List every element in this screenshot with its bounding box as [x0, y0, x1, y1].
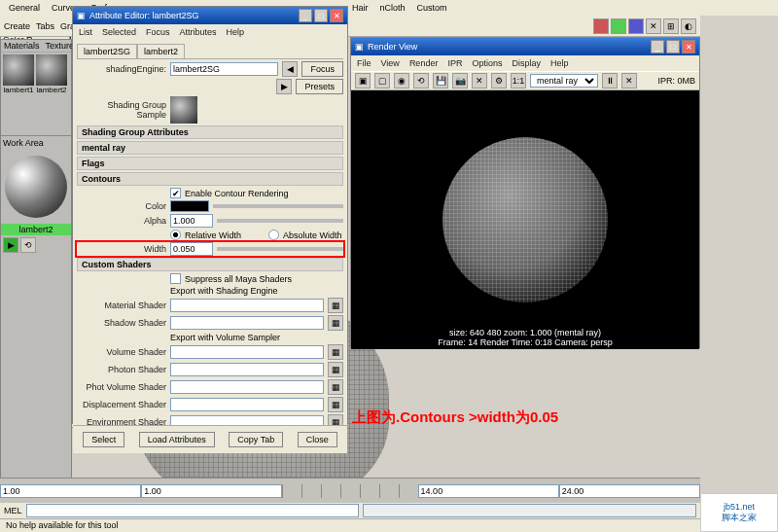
section-mentalray[interactable]: mental ray	[77, 141, 343, 155]
photon-shader-field[interactable]	[170, 363, 324, 376]
photvol-shader-field[interactable]	[170, 380, 324, 394]
renderer-select[interactable]: mental ray	[530, 74, 598, 88]
presets-button[interactable]: Presets	[296, 79, 343, 94]
menu-focus[interactable]: Focus	[146, 27, 170, 37]
keep-icon[interactable]: 📷	[452, 73, 468, 89]
material-shader-field[interactable]	[170, 299, 324, 312]
menu-selected[interactable]: Selected	[102, 27, 136, 37]
tab-materials[interactable]: Materials	[1, 40, 43, 52]
map-icon[interactable]: ▦	[328, 298, 343, 313]
menu-list[interactable]: List	[79, 27, 92, 37]
close-icon[interactable]: ✕	[682, 40, 695, 53]
range-end[interactable]	[559, 484, 700, 498]
shelf-icon[interactable]: ◐	[681, 18, 696, 34]
section-custom-shaders[interactable]: Custom Shaders	[77, 258, 343, 271]
timeline[interactable]	[0, 478, 700, 503]
tab-ncloth[interactable]: nCloth	[377, 2, 408, 14]
map-icon[interactable]: ▦	[328, 344, 343, 360]
settings-icon[interactable]: ⚙	[491, 73, 507, 89]
alpha-slider[interactable]	[217, 219, 343, 223]
mel-input[interactable]	[26, 504, 360, 517]
menu-help[interactable]: Help	[227, 27, 245, 37]
remove-icon[interactable]: ✕	[472, 73, 487, 89]
ae-tab-sg[interactable]: lambert2SG	[77, 44, 137, 58]
pause-icon[interactable]: ⏸	[602, 73, 618, 89]
shadingengine-label: shadingEngine:	[77, 64, 166, 74]
menu-file[interactable]: File	[357, 58, 371, 68]
nav-back-icon[interactable]: ◀	[282, 61, 298, 77]
focus-button[interactable]: Focus	[301, 61, 343, 77]
render-region-icon[interactable]: ▢	[374, 73, 390, 89]
map-icon[interactable]: ▦	[328, 362, 343, 377]
menu-view[interactable]: View	[381, 58, 400, 68]
material-swatch[interactable]	[36, 54, 67, 86]
menu-display[interactable]: Display	[512, 58, 541, 68]
inner-start[interactable]	[141, 484, 282, 498]
copy-tab-button[interactable]: Copy Tab	[229, 432, 283, 447]
render-icon[interactable]: ▣	[355, 73, 371, 89]
maximize-icon[interactable]: □	[314, 9, 328, 22]
nav-fwd-icon[interactable]: ▶	[276, 79, 292, 94]
shadingengine-field[interactable]	[170, 62, 278, 76]
select-button[interactable]: Select	[83, 432, 124, 447]
map-icon[interactable]: ▦	[328, 379, 343, 395]
menu-help[interactable]: Help	[550, 58, 569, 68]
enable-contour-checkbox[interactable]: ✔	[170, 188, 181, 198]
menu-ipr[interactable]: IPR	[447, 58, 462, 68]
disp-shader-field[interactable]	[170, 398, 324, 411]
inner-end[interactable]	[418, 484, 559, 498]
map-icon[interactable]: ▦	[328, 414, 343, 425]
map-icon[interactable]: ▦	[328, 315, 343, 331]
scale-icon[interactable]: 1:1	[511, 73, 526, 89]
tab-general[interactable]: General	[6, 2, 43, 14]
suppress-checkbox[interactable]	[170, 273, 181, 284]
stop-icon[interactable]: ✕	[621, 73, 637, 89]
close-icon[interactable]: ✕	[330, 9, 343, 22]
alpha-field[interactable]	[170, 214, 213, 228]
maximize-icon[interactable]: □	[666, 40, 680, 53]
width-field[interactable]	[170, 242, 213, 256]
tab-hair[interactable]: Hair	[349, 2, 371, 14]
toolbar-create[interactable]: Create	[4, 21, 30, 31]
minimize-icon[interactable]: _	[299, 9, 312, 22]
work-swatch[interactable]	[5, 156, 67, 218]
relwidth-radio[interactable]	[170, 230, 181, 240]
save-icon[interactable]: 💾	[433, 73, 448, 89]
width-slider[interactable]	[217, 247, 343, 251]
shelf-icon[interactable]: ✕	[646, 18, 661, 34]
ae-title-bar[interactable]: ▣ Attribute Editor: lambert2SG _ □ ✕	[73, 7, 347, 24]
disp-shader-label: Displacement Shader	[77, 400, 166, 409]
loop-icon[interactable]: ⟲	[20, 237, 36, 253]
menu-options[interactable]: Options	[472, 58, 502, 68]
tab-custom[interactable]: Custom	[414, 2, 450, 14]
rv-title-bar[interactable]: ▣ Render View _ □ ✕	[351, 38, 699, 55]
range-start[interactable]	[0, 484, 141, 498]
section-sg-attrs[interactable]: Shading Group Attributes	[77, 125, 343, 139]
env-shader-field[interactable]	[170, 415, 324, 425]
color-slider[interactable]	[213, 204, 343, 208]
render-viewport[interactable]: size: 640 480 zoom: 1.000 (mental ray)Fr…	[351, 90, 699, 349]
shelf-icon[interactable]	[628, 18, 644, 34]
material-swatch[interactable]	[3, 54, 34, 86]
minimize-icon[interactable]: _	[651, 40, 664, 53]
shelf-icon[interactable]	[611, 18, 626, 34]
section-flags[interactable]: Flags	[77, 157, 343, 170]
menu-attributes[interactable]: Attributes	[180, 27, 217, 37]
color-swatch[interactable]	[170, 200, 209, 212]
close-button[interactable]: Close	[298, 432, 337, 447]
play-icon[interactable]: ▶	[3, 237, 18, 253]
shadow-shader-field[interactable]	[170, 316, 324, 330]
time-ticks[interactable]	[282, 484, 417, 498]
map-icon[interactable]: ▦	[328, 397, 343, 412]
toolbar-tabs[interactable]: Tabs	[36, 21, 54, 31]
menu-render[interactable]: Render	[409, 58, 439, 68]
load-attrs-button[interactable]: Load Attributes	[139, 432, 215, 447]
shelf-icon[interactable]	[593, 18, 609, 34]
volume-shader-field[interactable]	[170, 345, 324, 359]
ipr-icon[interactable]: ◉	[394, 73, 409, 89]
shelf-icon[interactable]: ⊞	[663, 18, 679, 34]
abswidth-radio[interactable]	[268, 230, 279, 240]
section-contours[interactable]: Contours	[77, 172, 343, 186]
ae-tab-lambert[interactable]: lambert2	[137, 44, 185, 58]
refresh-icon[interactable]: ⟲	[413, 73, 429, 89]
